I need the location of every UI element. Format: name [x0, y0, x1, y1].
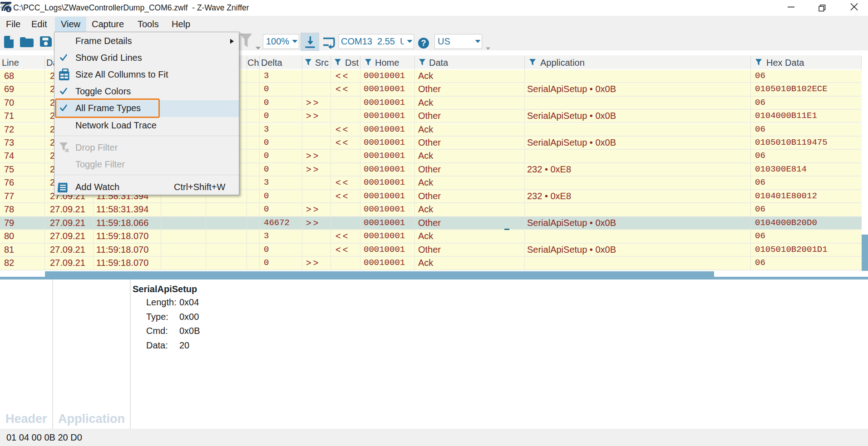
svg-text:z: z	[8, 7, 10, 12]
